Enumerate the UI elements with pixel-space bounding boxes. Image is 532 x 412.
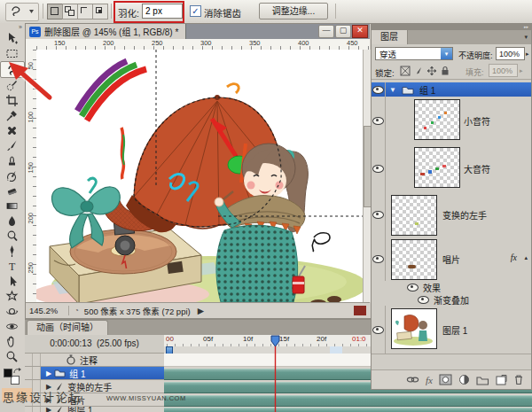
lasso-tool-preset[interactable] xyxy=(5,3,39,21)
opacity-arrow-icon[interactable]: ▸ xyxy=(526,51,529,58)
visibility-toggle[interactable] xyxy=(372,97,386,144)
playhead[interactable] xyxy=(270,335,281,412)
panel-dock-header[interactable]: ▸▸ xyxy=(372,24,531,30)
expand-triangle-icon[interactable]: ▶ xyxy=(46,369,51,377)
mode-subtract-selection-button[interactable] xyxy=(77,4,93,19)
timeline-row-layer1[interactable]: ▶ 图层 1 xyxy=(25,407,164,412)
timeline-row-comments[interactable]: 注释 xyxy=(25,354,164,367)
tool-clone-stamp[interactable] xyxy=(0,153,23,168)
expand-triangle-icon[interactable]: ▶ xyxy=(46,407,51,412)
visibility-toggle[interactable] xyxy=(372,144,386,192)
panel-menu-icon[interactable]: ▾ xyxy=(524,34,528,41)
layer-fx-badge[interactable]: fx xyxy=(511,253,517,262)
canvas[interactable] xyxy=(36,50,363,302)
layer-row-layer1[interactable]: 图层 1 xyxy=(372,306,531,354)
eye-icon[interactable] xyxy=(418,296,429,306)
fx-collapse-icon[interactable]: ▴ xyxy=(524,254,528,261)
timeline-row-group1[interactable]: ▶ 组 1 xyxy=(25,367,164,380)
tool-spot-healing-brush[interactable] xyxy=(0,123,23,138)
document-tab[interactable]: Ps 删除图层 @ 145% (组 1, RGB/8) * xyxy=(26,24,186,39)
layer-row-record[interactable]: 唱片 fx ▴ xyxy=(372,237,531,282)
color-swatches[interactable] xyxy=(4,369,20,385)
select-arrow-icon[interactable]: ▾ xyxy=(441,48,452,59)
refine-edge-button[interactable]: 调整边缘... xyxy=(259,3,328,19)
eye-icon[interactable] xyxy=(372,165,384,173)
tool-dodge[interactable] xyxy=(0,229,23,244)
tool-3d-rotate[interactable] xyxy=(0,304,23,319)
duration-bar-record[interactable] xyxy=(164,395,532,407)
tool-zoom[interactable] xyxy=(0,349,23,364)
lock-position-icon[interactable] xyxy=(426,66,437,76)
delete-layer-icon[interactable] xyxy=(513,374,524,385)
tool-path-selection[interactable] xyxy=(0,274,23,289)
tool-eraser[interactable] xyxy=(0,183,23,198)
tool-brush[interactable] xyxy=(0,138,23,153)
layer-thumbnail[interactable] xyxy=(414,147,460,188)
blend-mode-select[interactable]: 穿透▾ xyxy=(375,47,453,60)
tool-eyedropper[interactable] xyxy=(0,108,23,123)
watermark-site: 思缘设计论坛 xyxy=(3,388,82,405)
lock-pixels-icon[interactable] xyxy=(413,66,424,76)
toolbox-collapse-icon[interactable]: » xyxy=(0,23,25,31)
eye-icon[interactable] xyxy=(372,211,384,219)
layer-row-xiaoyinfu[interactable]: 小音符 xyxy=(372,97,531,145)
layer-thumbnail[interactable] xyxy=(414,99,460,140)
visibility-toggle[interactable] xyxy=(372,192,386,237)
status-arrow-icon[interactable]: ▶ xyxy=(198,306,204,315)
link-layers-icon[interactable] xyxy=(406,374,419,385)
layers-tab[interactable]: 图层 xyxy=(372,30,408,44)
visibility-toggle[interactable] xyxy=(372,82,386,97)
antialias-checkbox[interactable]: ✓ xyxy=(190,5,201,17)
layer-thumbnail[interactable] xyxy=(391,239,437,280)
visibility-toggle[interactable] xyxy=(372,237,386,281)
close-button[interactable]: ✕ xyxy=(352,25,368,38)
new-layer-icon[interactable] xyxy=(496,375,507,385)
tool-3d-orbit[interactable] xyxy=(0,319,23,334)
mode-intersect-selection-button[interactable] xyxy=(92,4,108,19)
antialias-label: 消除锯齿 xyxy=(204,6,241,19)
layer-row-group1[interactable]: ▼ 组 1 xyxy=(372,82,531,97)
layer-name: 小音符 xyxy=(464,114,490,128)
tool-gradient[interactable] xyxy=(0,198,23,214)
eye-icon[interactable] xyxy=(372,326,384,334)
adjustment-layer-icon[interactable] xyxy=(458,374,470,385)
layer-row-lefthand[interactable]: 变换的左手 xyxy=(372,192,531,237)
duration-bar-layer1[interactable] xyxy=(164,408,532,412)
tool-move[interactable] xyxy=(0,31,23,46)
stopwatch-icon[interactable] xyxy=(66,354,76,365)
tool-pen[interactable] xyxy=(0,244,23,259)
tool-custom-shape[interactable] xyxy=(0,289,23,304)
tool-type[interactable]: T xyxy=(0,259,23,274)
collapse-triangle-icon[interactable]: ▼ xyxy=(389,86,396,94)
eye-icon[interactable] xyxy=(372,86,384,94)
new-group-icon[interactable] xyxy=(476,375,489,385)
layer-mask-icon[interactable] xyxy=(439,374,452,385)
timeline-tab[interactable]: 动画（时间轴） xyxy=(27,320,108,335)
layer-thumbnail[interactable] xyxy=(391,308,437,349)
swap-colors-icon[interactable] xyxy=(13,367,22,375)
timecode-value[interactable]: 0:00:00:13 xyxy=(50,338,91,348)
eye-icon[interactable] xyxy=(372,255,384,263)
mode-add-selection-button[interactable] xyxy=(62,4,78,19)
eye-icon[interactable] xyxy=(407,284,419,293)
tool-rectangular-marquee[interactable] xyxy=(0,46,23,61)
zoom-level[interactable]: 145.2% xyxy=(26,306,69,315)
tool-blur[interactable] xyxy=(0,214,23,229)
mode-new-selection-button[interactable] xyxy=(47,4,63,19)
layer-thumbnail[interactable] xyxy=(391,195,437,236)
layer-style-icon[interactable]: fx xyxy=(426,375,433,385)
minimize-button[interactable]: — xyxy=(318,25,334,38)
maximize-button[interactable]: ▢ xyxy=(335,25,351,38)
visibility-toggle[interactable] xyxy=(372,306,386,354)
layer-row-gradient-overlay[interactable]: 渐变叠加 xyxy=(372,293,531,307)
layer-name: 唱片 xyxy=(442,253,460,266)
tool-hand[interactable] xyxy=(0,334,23,349)
opacity-value-box[interactable]: 100% xyxy=(496,47,525,60)
layer-row-dayinfu[interactable]: 大音符 xyxy=(372,144,531,193)
vertical-scrollbar[interactable] xyxy=(363,50,371,302)
eye-icon[interactable] xyxy=(372,117,384,125)
tool-history-brush[interactable] xyxy=(0,168,23,183)
annotation-arrow xyxy=(5,60,57,103)
lock-all-icon[interactable] xyxy=(440,66,450,76)
lock-transparency-icon[interactable] xyxy=(400,66,411,76)
